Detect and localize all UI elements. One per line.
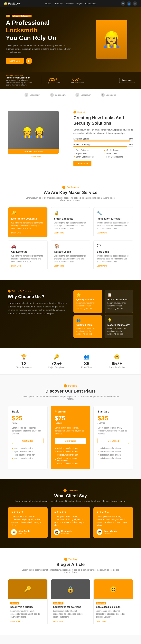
plan-premium: Premium $75 / Service Lorem ipsum dolor …	[51, 406, 90, 470]
feature-2: Quality Control	[104, 149, 133, 151]
blog-tag-1: Security	[10, 602, 19, 604]
nav-contact[interactable]: Contact Us	[86, 2, 96, 5]
service-link-emergency[interactable]: Learn More	[11, 232, 44, 234]
counter-clients-label: Client Satisfaction	[109, 366, 125, 368]
hero-worker-image: 👷‍♀️	[96, 20, 127, 59]
why-card-title-quality: Quality Product	[76, 298, 99, 301]
nav-services[interactable]: Services	[66, 2, 74, 5]
counter-projects-num: 725+	[48, 361, 64, 366]
cart-icon[interactable]: 🛒	[133, 1, 137, 6]
team-icon: 👥	[76, 318, 99, 322]
logo-3: L Logoipsum	[76, 93, 91, 97]
nav-about[interactable]: About Us	[54, 2, 63, 5]
why-card-title-tech: Modern Technology	[108, 324, 130, 326]
blog-header: The Blog Blog & Article Lorem ipsum dolo…	[8, 558, 133, 573]
blog-tag-3: Specialist	[96, 602, 106, 604]
testimonials-grid: ★★★★★ Lorem ipsum dolor sit amet, consec…	[8, 507, 133, 538]
service-desc-emergency: We bring the right people together to ch…	[11, 221, 44, 230]
why-card-desc-tech: Lorem ipsum dolor sit amet consectetur a…	[108, 327, 130, 336]
nav-pages[interactable]: Pages	[76, 2, 82, 5]
testimonial-3: ★★★★★ Lorem ipsum dolor sit amet, consec…	[94, 507, 133, 538]
about-learn-btn[interactable]: Learn More	[74, 161, 92, 166]
logo-icon-2: L	[50, 93, 54, 97]
author-name-1: Alex Smith	[18, 530, 30, 532]
blog-body-2: Locksmith Locksmiths for everyone Lorem …	[51, 599, 90, 625]
search-icon[interactable]: 🔍	[121, 1, 125, 6]
service-link-car[interactable]: Learn More	[11, 265, 44, 267]
why-card-tech: 💡 Modern Technology Lorem ipsum dolor si…	[104, 315, 133, 338]
plan-premium-f3: quis ipsum dolor sit non	[55, 453, 86, 456]
plan-standard: Standard $35 / Service Lorem ipsum dolor…	[94, 406, 133, 470]
hero-welcome-tag: 🔐 Welcome To FastLock	[6, 15, 72, 17]
logo-2: L Logoipsum	[50, 93, 66, 97]
plan-premium-btn[interactable]: Get Started	[55, 438, 86, 444]
why-desc: Lorem ipsum dolor sit amet, consectetur …	[8, 302, 68, 315]
hero-learn-btn[interactable]: Learn More	[6, 58, 24, 64]
plans-section: Our Plans Discover Our Best Plans Lorem …	[0, 374, 141, 479]
logo-icon-4: L	[101, 93, 105, 97]
counter-projects-label: Project Completed	[48, 366, 64, 368]
why-tag: Welcome To FastLock	[8, 290, 68, 292]
about-desc: Lorem ipsum dolor sit amet, consectetur …	[74, 128, 133, 135]
about-section: 👷👷‍♀️ Certified Technician Learn More → …	[0, 101, 141, 176]
service-title-emergency: Emergency Lockouts	[11, 217, 44, 220]
counters-section: 🏆 12 Years Experience 🔑 725+ Project Com…	[0, 348, 141, 374]
avatar-1: 😊	[11, 529, 17, 535]
testimonials-section: Locksmith What Client Say Lorem ipsum do…	[0, 479, 141, 548]
service-desc-safe: We bring the right people together to ch…	[97, 254, 130, 263]
blog-desc-1: Lorem ipsum dolor sit amet, consectetur …	[10, 610, 45, 618]
service-link-garage[interactable]: Learn More	[54, 265, 87, 267]
plans-header: Our Plans Discover Our Best Plans Lorem …	[8, 384, 133, 400]
blog-tag: The Blog	[8, 558, 133, 561]
services-header: Our Services We Are Key Maker Service Lo…	[8, 186, 133, 201]
logo-4: L Logoipsum	[101, 93, 116, 97]
plan-standard-features: quis ipsum dolor sit non quis ipsum dolo…	[98, 446, 129, 460]
blog-title-3: Specialized locksmith	[96, 606, 130, 608]
blog-desc-2: Lorem ipsum dolor sit amet, consectetur …	[53, 610, 88, 618]
stats-bar-btn-wrap: Learn More	[119, 78, 135, 83]
counter-projects: 🔑 725+ Project Completed	[48, 354, 64, 368]
service-link-smart[interactable]: Learn More	[54, 232, 87, 234]
avatar-3: 👨	[96, 529, 102, 535]
blog-link-2[interactable]: Learn More →	[53, 620, 66, 623]
feature-6: Free Consultations	[104, 156, 133, 158]
hero-play-btn[interactable]: ▶	[26, 58, 32, 64]
service-card-emergency: 🔑 Emergency Lockouts We bring the right …	[8, 207, 48, 237]
service-card-smart: 🔒 Smart Lockouts We bring the right peop…	[51, 207, 90, 237]
counter-experience-label: Years Experience	[16, 366, 32, 368]
blog-desc-3: Lorem ipsum dolor sit amet, consectetur …	[96, 610, 130, 618]
about-right: About Us Creating New Locks And Security…	[74, 111, 133, 166]
about-tag: About Us	[74, 111, 133, 114]
counter-experience-num: 12	[16, 361, 32, 366]
author-role-1: Customer	[18, 532, 30, 534]
stars-1: ★★★★★	[11, 510, 44, 514]
why-card-desc-quality: Lorem ipsum dolor sit amet consectetur a…	[76, 302, 99, 310]
progress-modern: Modern Technology 90%	[74, 144, 133, 147]
about-certified-link[interactable]: Learn More →	[32, 156, 44, 158]
progress-locksmith: Locksmith Service 95%	[74, 138, 133, 142]
service-title-safe: Safe Lock	[97, 250, 130, 253]
hero-tag-badge: 🔐	[6, 15, 10, 18]
blog-img-1: 🔑	[8, 580, 48, 599]
counter-team: 👥 36 Expert Team	[81, 354, 92, 368]
blog-img-3: 😊	[94, 580, 133, 599]
service-link-safe[interactable]: Learn More	[97, 265, 130, 267]
testimonial-2: ★★★★★ Lorem ipsum dolor sit amet, consec…	[51, 507, 90, 538]
stat-clients: 657+ Client Satisfaction	[69, 77, 84, 84]
plan-standard-btn[interactable]: Get Started	[98, 438, 129, 444]
counter-experience: 🏆 12 Years Experience	[16, 354, 32, 368]
nav-links: Home About Us Services Pages Contact Us	[46, 2, 96, 5]
blog-link-1[interactable]: Learn More →	[10, 620, 23, 623]
plan-basic-f2: quis ipsum dolor sit non	[12, 450, 44, 453]
service-link-install[interactable]: Learn More	[97, 232, 130, 234]
stats-learn-btn[interactable]: Learn More	[119, 78, 135, 83]
plan-basic-btn[interactable]: Get Started	[12, 438, 44, 444]
why-us-inner: Welcome To FastLock Why Choose Us ? Lore…	[8, 290, 133, 338]
stats-welcome: Welcome To FastLock	[6, 74, 37, 76]
service-title-garage: Garage Locks	[54, 250, 87, 253]
install-icon: 🔧	[97, 210, 130, 216]
nav-home[interactable]: Home	[46, 2, 51, 5]
blog-body-1: Security Security is a priority Lorem ip…	[8, 599, 48, 625]
blog-link-3[interactable]: Learn More →	[96, 620, 108, 623]
user-icon[interactable]: 👤	[127, 1, 131, 6]
